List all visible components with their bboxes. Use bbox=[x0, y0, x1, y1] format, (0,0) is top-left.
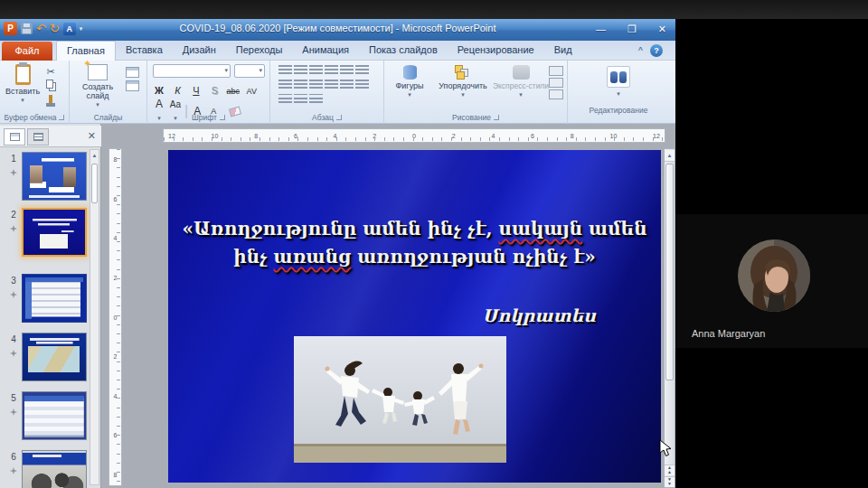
group-paragraph-label[interactable]: Абзац bbox=[270, 113, 383, 122]
tab-5[interactable]: Анимация bbox=[292, 41, 359, 61]
quick-styles-button[interactable]: Экспресс-стили bbox=[495, 65, 547, 99]
help-button[interactable]: ? bbox=[650, 44, 663, 57]
align-center-icon[interactable] bbox=[294, 80, 307, 90]
cut-button[interactable]: ✂ bbox=[43, 65, 58, 79]
paste-button[interactable]: Вставить bbox=[5, 64, 40, 105]
paragraph-extra2-icon[interactable] bbox=[309, 94, 323, 105]
bullets-icon[interactable] bbox=[278, 65, 292, 76]
slide-number: 5 bbox=[5, 393, 22, 403]
font-name-combobox[interactable] bbox=[153, 64, 231, 78]
group-slides-label: Слайды bbox=[70, 113, 146, 122]
panel-scrollbar[interactable]: ▲ bbox=[90, 149, 99, 485]
slide-thumbnail[interactable] bbox=[22, 450, 87, 488]
tab-8[interactable]: Вид bbox=[544, 41, 582, 61]
shapes-button[interactable]: Фигуры bbox=[390, 65, 429, 99]
columns-icon[interactable] bbox=[340, 80, 354, 90]
hruler-number: 0 bbox=[412, 133, 416, 139]
find-button[interactable] bbox=[602, 66, 635, 99]
vruler-number: 4 bbox=[114, 393, 118, 399]
ribbon: Вставить ✂ Буфер обмена Создать слайд bbox=[0, 61, 675, 124]
tab-4[interactable]: Переходы bbox=[226, 41, 293, 61]
layout-icon[interactable] bbox=[126, 67, 139, 78]
copy-button[interactable] bbox=[43, 79, 58, 92]
tab-file[interactable]: Файл bbox=[2, 42, 52, 61]
vruler-number: 8 bbox=[114, 156, 118, 163]
close-panel-icon[interactable]: ✕ bbox=[88, 130, 96, 142]
slide-thumbnail[interactable] bbox=[22, 274, 87, 323]
panel-scroll-up-icon[interactable]: ▲ bbox=[90, 150, 99, 162]
collapse-ribbon-icon[interactable]: ^ bbox=[638, 45, 643, 54]
editor-scrollbar[interactable]: ▲ ▲▲ ▼▼ bbox=[664, 148, 675, 488]
slide-thumbnail[interactable] bbox=[22, 333, 87, 381]
group-clipboard-label[interactable]: Буфер обмена bbox=[0, 113, 69, 122]
slide-thumbnail[interactable] bbox=[22, 391, 87, 440]
group-font-label[interactable]: Шрифт bbox=[147, 113, 269, 122]
scroll-thumb[interactable] bbox=[665, 164, 674, 380]
slide-thumbnail-meta: 1 bbox=[5, 152, 22, 201]
tab-outline[interactable] bbox=[27, 128, 49, 145]
new-slide-button[interactable]: Создать слайд bbox=[75, 64, 120, 109]
tab-slides-thumbnails[interactable] bbox=[4, 128, 25, 145]
increase-indent-icon[interactable] bbox=[325, 65, 338, 76]
next-slide-button[interactable]: ▼▼ bbox=[665, 476, 675, 487]
work-area: ✕ 1 2 3 4 bbox=[0, 124, 675, 488]
text-shadow-button[interactable]: S bbox=[207, 84, 222, 98]
shape-fill-icon[interactable] bbox=[549, 66, 563, 76]
numbering-icon[interactable] bbox=[294, 65, 307, 76]
convert-smartart-icon[interactable] bbox=[278, 94, 292, 105]
arrange-icon bbox=[455, 65, 471, 80]
tab-7[interactable]: Рецензирование bbox=[448, 41, 544, 61]
slide-number: 6 bbox=[5, 452, 22, 462]
ribbon-tab-row: Файл ГлавнаяВставкаДизайнПереходыАнимаци… bbox=[0, 41, 675, 61]
tab-2[interactable]: Вставка bbox=[116, 41, 173, 61]
previous-slide-button[interactable]: ▲▲ bbox=[665, 465, 675, 475]
text-direction-icon[interactable] bbox=[355, 65, 369, 76]
hruler-number: 8 bbox=[254, 133, 258, 139]
underline-button[interactable]: Ч bbox=[189, 84, 203, 98]
tab-3[interactable]: Дизайн bbox=[173, 41, 226, 61]
copy-icon bbox=[46, 80, 53, 89]
slides-panel-header: ✕ bbox=[0, 126, 101, 147]
tab-6[interactable]: Показ слайдов bbox=[359, 41, 448, 61]
title-bar[interactable]: P ↶ ↻ A ▾ COVID-19_08.06.2020 [Режим сов… bbox=[0, 19, 675, 41]
paragraph-extra-icon[interactable] bbox=[294, 94, 307, 105]
format-painter-button[interactable] bbox=[43, 92, 58, 106]
reset-slide-icon[interactable] bbox=[126, 80, 139, 91]
participant-video-tile[interactable]: Anna Margaryan bbox=[675, 214, 868, 348]
group-clipboard: Вставить ✂ Буфер обмена bbox=[0, 61, 70, 124]
group-font: Ж К Ч S abc AV А Аа | А А Шрифт bbox=[147, 61, 270, 124]
hruler-number: 10 bbox=[610, 133, 618, 139]
font-size-combobox[interactable] bbox=[234, 64, 265, 78]
current-slide[interactable]: «Առողջությունը ամեն ինչ չէ, սակայն ամեն … bbox=[168, 150, 661, 483]
shape-outline-icon[interactable] bbox=[549, 78, 563, 88]
close-button[interactable]: ✕ bbox=[658, 21, 666, 37]
decrease-indent-icon[interactable] bbox=[309, 65, 323, 76]
align-left-icon[interactable] bbox=[278, 80, 292, 90]
align-right-icon[interactable] bbox=[309, 80, 323, 90]
shape-effects-icon[interactable] bbox=[549, 89, 563, 99]
maximize-button[interactable]: ❐ bbox=[627, 21, 637, 37]
panel-scroll-thumb[interactable] bbox=[91, 164, 98, 203]
new-slide-label: Создать слайд bbox=[75, 82, 120, 100]
slide-thumbnail[interactable] bbox=[22, 152, 87, 201]
character-spacing-button[interactable]: AV bbox=[244, 85, 259, 99]
hruler-number: 8 bbox=[571, 133, 574, 139]
arrange-button[interactable]: Упорядочить bbox=[433, 65, 493, 99]
quote-attribution: Սոկրատես bbox=[483, 305, 596, 325]
slide-number: 2 bbox=[5, 210, 22, 220]
align-text-icon[interactable] bbox=[355, 80, 369, 90]
strikethrough-button[interactable]: abc bbox=[226, 85, 241, 99]
justify-icon[interactable] bbox=[325, 80, 338, 90]
scroll-up-icon[interactable]: ▲ bbox=[665, 150, 675, 162]
minimize-button[interactable]: — bbox=[596, 21, 606, 37]
clipboard-icon bbox=[15, 64, 31, 85]
line-spacing-icon[interactable] bbox=[340, 65, 354, 76]
ribbon-tabs: ГлавнаяВставкаДизайнПереходыАнимацияПока… bbox=[56, 41, 582, 61]
bold-button[interactable]: Ж bbox=[152, 84, 166, 98]
horizontal-ruler: 12108642024681012 bbox=[163, 128, 665, 143]
window-title: COVID-19_08.06.2020 [Режим совместимости… bbox=[0, 23, 675, 33]
group-drawing-label[interactable]: Рисование bbox=[384, 113, 567, 122]
family-beach-photo[interactable] bbox=[294, 336, 506, 463]
slide-thumbnail[interactable] bbox=[22, 208, 87, 257]
italic-button[interactable]: К bbox=[170, 84, 184, 98]
